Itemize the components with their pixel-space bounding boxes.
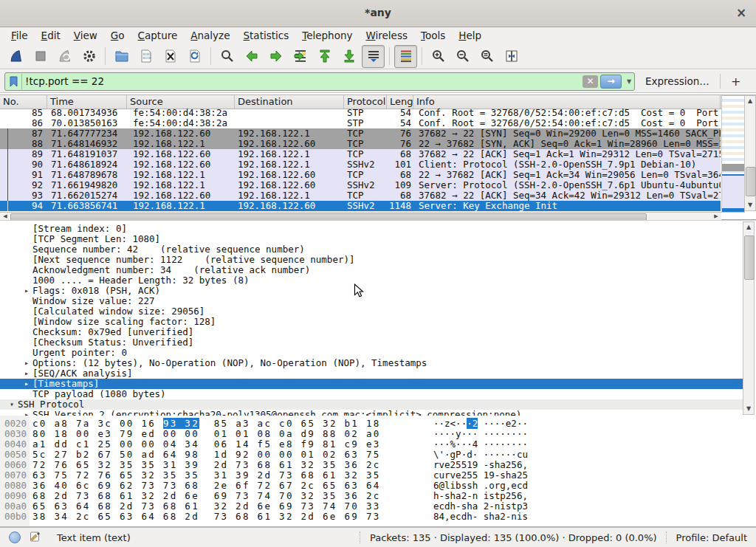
add-filter-button[interactable]: + bbox=[728, 75, 744, 89]
menu-item-analyze[interactable]: Analyze bbox=[184, 28, 236, 43]
menu-item-file[interactable]: File bbox=[4, 28, 35, 43]
menu-item-help[interactable]: Help bbox=[452, 28, 488, 43]
packet-row[interactable]: 8971.648191037192.168.122.60192.168.122.… bbox=[0, 149, 721, 159]
goto-packet-icon[interactable] bbox=[289, 45, 312, 68]
column-header-no[interactable]: No. bbox=[0, 95, 47, 109]
last-packet-icon[interactable] bbox=[337, 45, 360, 68]
detail-row[interactable]: ▸Options: (12 bytes), No-Operation (NOP)… bbox=[0, 358, 743, 368]
filter-dropdown-icon[interactable]: ▼ bbox=[624, 75, 634, 88]
menu-item-statistics[interactable]: Statistics bbox=[236, 28, 295, 43]
packet-row[interactable]: 9071.648618924192.168.122.60192.168.122.… bbox=[0, 159, 721, 170]
close-file-icon[interactable] bbox=[159, 45, 182, 68]
autoscroll-icon[interactable] bbox=[362, 45, 385, 68]
expert-info-icon[interactable] bbox=[9, 531, 21, 543]
hex-row[interactable]: 0020c0 a8 7a 3c 00 16 93 32 85 a3 ac c0 … bbox=[0, 419, 756, 429]
column-header-source[interactable]: Source bbox=[127, 95, 235, 109]
packet-list-vscrollbar[interactable]: ▲ ▼ bbox=[744, 95, 756, 211]
detail-row[interactable]: ▸[SEQ/ACK analysis] bbox=[0, 368, 743, 379]
hex-row[interactable]: 00505c 27 b2 67 50 ad 64 98 1d 92 00 00 … bbox=[0, 450, 756, 460]
next-packet-icon[interactable] bbox=[264, 45, 287, 68]
close-window-icon[interactable]: × bbox=[734, 5, 749, 20]
packet-row[interactable]: 9371.662015274192.168.122.60192.168.122.… bbox=[0, 190, 721, 201]
menu-item-capture[interactable]: Capture bbox=[131, 28, 185, 43]
menu-item-wireless[interactable]: Wireless bbox=[359, 28, 414, 43]
find-packet-icon[interactable] bbox=[216, 45, 238, 68]
menu-item-edit[interactable]: Edit bbox=[35, 28, 67, 43]
scrollbar-thumb[interactable] bbox=[746, 167, 756, 196]
capture-options-icon[interactable] bbox=[78, 45, 100, 68]
scroll-up-icon[interactable]: ▲ bbox=[745, 96, 755, 106]
detail-row[interactable]: 1000 .... = Header Length: 32 bytes (8) bbox=[0, 275, 743, 286]
filter-clear-icon[interactable]: ✕ bbox=[583, 75, 598, 88]
hex-row[interactable]: 00b038 34 2c 65 63 64 68 2d 73 68 61 32 … bbox=[0, 512, 756, 522]
first-packet-icon[interactable] bbox=[313, 45, 336, 68]
expand-icon[interactable]: ▸ bbox=[21, 286, 32, 296]
hex-row[interactable]: 008036 40 6c 69 62 73 73 68 2e 6f 72 67 … bbox=[0, 481, 756, 491]
packet-row[interactable]: 8670.013850163fe:54:00:d4:38:2aSTP54Conf… bbox=[0, 118, 721, 128]
detail-row[interactable]: [TCP Segment Len: 1080] bbox=[0, 234, 743, 244]
menu-item-telephony[interactable]: Telephony bbox=[295, 28, 359, 43]
hex-row[interactable]: 007063 75 72 76 65 32 35 35 31 39 2d 73 … bbox=[0, 470, 756, 481]
hex-row[interactable]: 00a065 63 64 68 2d 73 68 61 32 2d 6e 69 … bbox=[0, 501, 756, 512]
packet-row[interactable]: 9171.648789678192.168.122.1192.168.122.6… bbox=[0, 170, 721, 180]
scroll-up-icon[interactable]: ▲ bbox=[743, 222, 754, 233]
wireshark-start-capture-icon[interactable] bbox=[4, 45, 27, 68]
packet-list-minimap[interactable] bbox=[721, 95, 745, 213]
zoom-100-icon[interactable] bbox=[475, 45, 498, 68]
hex-row[interactable]: 0040a1 dd c1 25 00 00 04 34 06 14 f5 e8 … bbox=[0, 439, 756, 450]
packet-row[interactable]: 8871.648146932192.168.122.1192.168.122.6… bbox=[0, 139, 721, 149]
filter-bookmark-icon[interactable] bbox=[5, 74, 22, 89]
column-header-info[interactable]: Info bbox=[413, 95, 721, 109]
save-file-icon[interactable]: 01010110 bbox=[134, 45, 157, 68]
restart-capture-icon[interactable] bbox=[53, 45, 76, 68]
menu-item-go[interactable]: Go bbox=[104, 28, 131, 43]
reload-file-icon[interactable] bbox=[183, 45, 206, 68]
detail-row[interactable]: Checksum: 0x79ed [unverified] bbox=[0, 327, 743, 337]
detail-row[interactable]: [Checksum Status: Unverified] bbox=[0, 337, 743, 348]
detail-row[interactable]: [Stream index: 0] bbox=[0, 224, 743, 234]
expand-icon[interactable]: ▸ bbox=[21, 368, 32, 379]
scroll-down-icon[interactable]: ▼ bbox=[743, 404, 754, 414]
scroll-down-icon[interactable]: ▼ bbox=[745, 200, 755, 210]
open-file-icon[interactable] bbox=[110, 45, 133, 68]
previous-packet-icon[interactable] bbox=[240, 45, 263, 68]
detail-row[interactable]: [Calculated window size: 29056] bbox=[0, 306, 743, 317]
scrollbar-thumb[interactable] bbox=[744, 235, 755, 280]
colorize-icon[interactable] bbox=[394, 45, 417, 68]
stop-capture-icon[interactable] bbox=[29, 45, 52, 68]
filter-apply-icon[interactable]: → bbox=[600, 75, 622, 89]
packet-row[interactable]: 9271.661949820192.168.122.1192.168.122.6… bbox=[0, 180, 721, 190]
profile-button[interactable]: Profile: Default bbox=[676, 532, 747, 543]
packet-row[interactable]: 8771.647777234192.168.122.60192.168.122.… bbox=[0, 128, 721, 139]
display-filter-input[interactable] bbox=[22, 75, 583, 87]
packet-row[interactable]: 8568.001734936fe:54:00:d4:38:2aSTP54Conf… bbox=[0, 108, 721, 118]
detail-row[interactable]: [Window size scaling factor: 128] bbox=[0, 317, 743, 327]
column-header-time[interactable]: Time bbox=[47, 95, 127, 109]
detail-row[interactable]: Urgent pointer: 0 bbox=[0, 348, 743, 358]
packet-row[interactable]: 9471.663856741192.168.122.1192.168.122.6… bbox=[0, 201, 721, 211]
menu-item-tools[interactable]: Tools bbox=[414, 28, 452, 43]
menu-item-view[interactable]: View bbox=[67, 28, 104, 43]
resize-columns-icon[interactable] bbox=[500, 45, 523, 68]
capture-comment-icon[interactable] bbox=[30, 531, 41, 544]
hex-row[interactable]: 003080 18 00 e3 79 ed 00 00 01 01 08 0a … bbox=[0, 429, 756, 439]
display-filter-entry[interactable]: ✕ → ▼ bbox=[4, 72, 635, 91]
zoom-in-icon[interactable] bbox=[427, 45, 450, 68]
detail-row[interactable]: ▸Flags: 0x018 (PSH, ACK) bbox=[0, 286, 743, 296]
detail-row[interactable]: TCP payload (1080 bytes) bbox=[0, 389, 743, 399]
column-header-protocol[interactable]: Protocol bbox=[344, 95, 387, 109]
detail-row[interactable]: ▸[Timestamps] bbox=[0, 379, 743, 389]
column-header-length[interactable]: Length bbox=[387, 95, 413, 109]
detail-row[interactable]: Acknowledgment number: 34 (relative ack … bbox=[0, 265, 743, 275]
hex-row[interactable]: 006072 76 65 32 35 35 31 39 2d 73 68 61 … bbox=[0, 460, 756, 470]
detail-row[interactable]: Sequence number: 42 (relative sequence n… bbox=[0, 244, 743, 255]
title-bar[interactable]: *any × bbox=[0, 0, 756, 27]
details-vscrollbar[interactable]: ▲ ▼ bbox=[743, 221, 755, 415]
detail-row[interactable]: ▾SSH Protocol bbox=[0, 399, 743, 410]
column-header-destination[interactable]: Destination bbox=[235, 95, 344, 109]
zoom-out-icon[interactable] bbox=[451, 45, 474, 68]
expand-icon[interactable]: ▸ bbox=[21, 379, 32, 389]
scroll-right-icon[interactable]: ▶ bbox=[711, 213, 721, 220]
detail-row[interactable]: Window size value: 227 bbox=[0, 296, 743, 306]
hex-row[interactable]: 009068 2d 73 68 61 32 2d 6e 69 73 74 70 … bbox=[0, 491, 756, 501]
